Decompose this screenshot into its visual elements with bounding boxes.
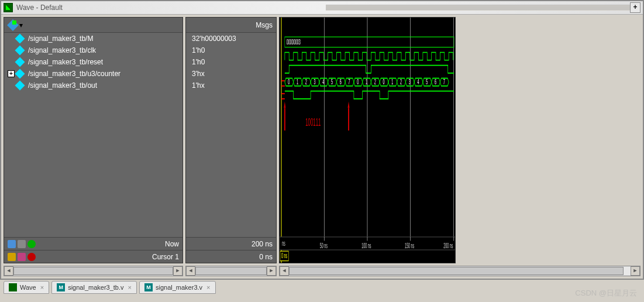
- counter-value: 2: [374, 77, 376, 85]
- svg-text:100 ns: 100 ns: [361, 241, 371, 249]
- waveform-panel[interactable]: 00000003 0123456701201234567: [279, 17, 456, 263]
- svg-marker-7: [348, 101, 350, 108]
- util-icon[interactable]: [8, 240, 16, 248]
- add-pane-button[interactable]: +: [630, 2, 640, 13]
- wave-window: Wave - Default + ▾ /signal_maker3_tb/M /…: [0, 0, 644, 280]
- signal-diamond-icon: [15, 81, 25, 91]
- svg-text:ns: ns: [282, 239, 285, 248]
- counter-value: 5: [426, 77, 428, 85]
- now-row[interactable]: Now: [4, 237, 182, 250]
- msgs-value[interactable]: 32'h00000003: [186, 33, 276, 44]
- main-area: ▾ /signal_maker3_tb/M /signal_maker3_tb/…: [1, 15, 643, 266]
- waveform-canvas[interactable]: 00000003 0123456701201234567: [280, 18, 455, 263]
- counter-value: 6: [435, 77, 436, 85]
- svg-text:200 ns: 200 ns: [443, 241, 453, 249]
- scroll-right-icon[interactable]: ►: [267, 266, 276, 276]
- objects-icon[interactable]: [8, 20, 18, 30]
- signal-diamond-icon: [15, 34, 25, 44]
- counter-value: 7: [443, 77, 445, 85]
- signal-hscroll[interactable]: ◄ ►: [4, 266, 183, 276]
- watermark: CSDN @日星月云: [575, 288, 637, 298]
- msgs-panel: Msgs 32'h00000003 1'h0 1'h0 3'hx 1'hx 20…: [185, 17, 277, 263]
- svg-marker-5: [284, 101, 285, 108]
- close-icon[interactable]: ×: [206, 284, 210, 291]
- svg-rect-4: [285, 37, 454, 47]
- scroll-left-icon[interactable]: ◄: [186, 266, 195, 276]
- title-grip[interactable]: [326, 5, 630, 11]
- counter-value: 0: [383, 77, 385, 85]
- wave-file-icon: [9, 283, 17, 291]
- scroll-right-icon[interactable]: ►: [173, 266, 182, 276]
- scroll-left-icon[interactable]: ◄: [280, 266, 289, 276]
- svg-rect-6: [284, 108, 285, 131]
- counter-value: 7: [349, 77, 350, 85]
- counter-value: 4: [418, 77, 419, 85]
- verilog-file-icon: M: [144, 283, 153, 291]
- msgs-value[interactable]: 1'h0: [186, 44, 276, 56]
- window-title: Wave - Default: [16, 4, 326, 12]
- time-ruler: ns 50 ns 100 ns 150 ns 200 ns: [280, 237, 455, 250]
- counter-waveform: 0123456701201234567: [281, 77, 449, 86]
- signal-row[interactable]: /signal_maker3_tb/out: [4, 80, 182, 91]
- out-waveform: [281, 91, 454, 99]
- msgs-value[interactable]: 1'h0: [186, 56, 276, 68]
- msgs-header: Msgs: [186, 18, 276, 33]
- cursor-ns-box: 0 ns: [281, 252, 287, 260]
- bus-m-value: 00000003: [287, 38, 301, 46]
- cursor-row[interactable]: Cursor 1: [4, 250, 182, 263]
- util-icon[interactable]: [18, 240, 26, 248]
- tab-tb-source[interactable]: M signal_maker3_tb.v ×: [51, 281, 137, 294]
- counter-value: 2: [305, 77, 307, 85]
- scroll-right-icon[interactable]: ►: [631, 266, 640, 276]
- expand-button[interactable]: +: [8, 70, 15, 77]
- msgs-value[interactable]: 3'hx: [186, 68, 276, 80]
- tab-bar: Wave × M signal_maker3_tb.v × M signal_m…: [0, 280, 644, 295]
- msgs-value[interactable]: 1'hx: [186, 80, 276, 91]
- msgs-hscroll[interactable]: ◄ ►: [185, 266, 277, 276]
- cursor-value-row: 0 ns: [186, 250, 276, 263]
- msgs-label: Msgs: [256, 21, 273, 29]
- signal-row[interactable]: /signal_maker3_tb/reset: [4, 56, 182, 68]
- lock-icon[interactable]: [8, 253, 16, 261]
- edit-icon[interactable]: [18, 253, 26, 261]
- signal-name-panel: ▾ /signal_maker3_tb/M /signal_maker3_tb/…: [4, 17, 183, 263]
- counter-value: 0: [288, 77, 290, 85]
- msgs-list[interactable]: 32'h00000003 1'h0 1'h0 3'hx 1'hx: [186, 33, 276, 237]
- counter-value: 5: [331, 77, 333, 85]
- dropdown-icon[interactable]: ▾: [19, 21, 23, 29]
- close-icon[interactable]: ×: [40, 284, 44, 291]
- signal-row[interactable]: /signal_maker3_tb/M: [4, 33, 182, 44]
- signal-diamond-icon: [15, 46, 25, 56]
- signal-list[interactable]: /signal_maker3_tb/M /signal_maker3_tb/cl…: [4, 33, 182, 237]
- cursor-label: Cursor 1: [152, 253, 179, 261]
- svg-text:150 ns: 150 ns: [405, 241, 414, 249]
- close-icon[interactable]: ×: [128, 284, 132, 291]
- counter-value: 3: [409, 77, 411, 85]
- tab-wave[interactable]: Wave ×: [4, 281, 49, 294]
- counter-value: 1: [366, 77, 367, 85]
- counter-value: 4: [322, 77, 324, 85]
- title-bar[interactable]: Wave - Default +: [1, 1, 643, 15]
- verilog-file-icon: M: [57, 283, 65, 291]
- counter-value: 2: [400, 77, 402, 85]
- counter-value: 6: [340, 77, 342, 85]
- signal-row[interactable]: /signal_maker3_tb/clk: [4, 44, 182, 56]
- counter-value: 1: [391, 77, 393, 85]
- scroll-left-icon[interactable]: ◄: [4, 266, 13, 276]
- svg-rect-8: [348, 108, 349, 131]
- now-label: Now: [165, 240, 179, 248]
- now-value-row: 200 ns: [186, 237, 276, 250]
- annotation-text: 100111: [305, 117, 321, 128]
- reset-waveform: [285, 66, 454, 73]
- clk-waveform: [285, 53, 453, 60]
- signal-row[interactable]: +/signal_maker3_tb/u3/counter: [4, 68, 182, 80]
- annotation: 100111: [284, 101, 349, 131]
- add-icon[interactable]: [27, 240, 36, 248]
- svg-text:50 ns: 50 ns: [320, 241, 328, 249]
- signal-diamond-icon: [15, 69, 25, 79]
- counter-value: 1: [297, 77, 298, 85]
- counter-value: 3: [314, 77, 316, 85]
- tab-source[interactable]: M signal_maker3.v ×: [139, 281, 216, 294]
- wave-hscroll[interactable]: ◄ ►: [279, 266, 640, 276]
- remove-icon[interactable]: [27, 253, 36, 261]
